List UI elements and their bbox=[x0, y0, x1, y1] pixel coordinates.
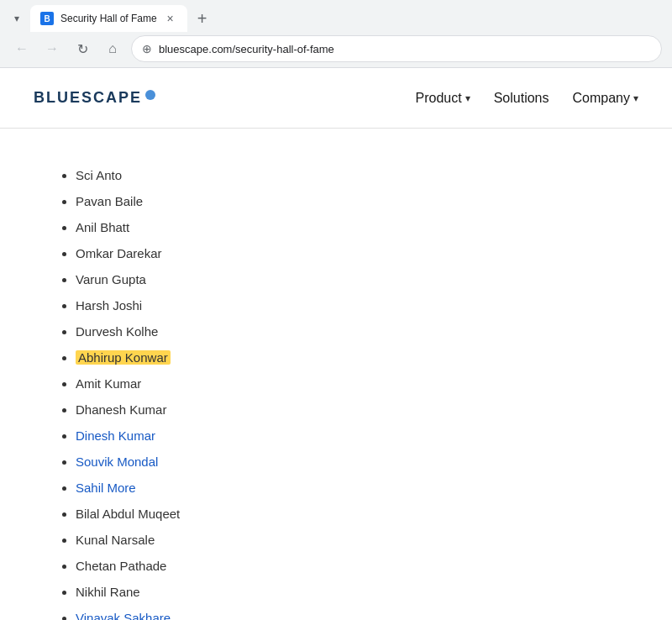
site-nav: Product ▾ Solutions Company ▾ bbox=[416, 91, 638, 106]
site-logo[interactable]: BLUESCAPE bbox=[34, 89, 155, 107]
back-button[interactable]: ← bbox=[10, 37, 34, 60]
name-link[interactable]: Dinesh Kumar bbox=[76, 428, 155, 443]
tab-title: Security Hall of Fame bbox=[60, 13, 157, 24]
list-item: Anil Bhatt bbox=[76, 214, 622, 240]
list-item: Sahil More bbox=[76, 475, 622, 501]
nav-company-chevron: ▾ bbox=[633, 92, 638, 104]
site-header: BLUESCAPE Product ▾ Solutions Company ▾ bbox=[0, 68, 672, 129]
logo-text: BLUESCAPE bbox=[34, 89, 142, 107]
new-tab-button[interactable]: + bbox=[191, 7, 214, 30]
url-bar[interactable]: ⊕ bluescape.com/security-hall-of-fame bbox=[131, 35, 662, 62]
nav-product-label: Product bbox=[416, 91, 462, 106]
reload-button[interactable]: ↻ bbox=[71, 37, 94, 60]
list-item: Omkar Darekar bbox=[76, 240, 622, 266]
list-item: Harsh Joshi bbox=[76, 292, 622, 318]
nav-product[interactable]: Product ▾ bbox=[416, 91, 470, 106]
list-item: Durvesh Kolhe bbox=[76, 318, 622, 344]
hall-of-fame-list: Sci AntoPavan BaileAnil BhattOmkar Darek… bbox=[50, 162, 622, 620]
tab-bar: ▾ B Security Hall of Fame × + bbox=[0, 0, 672, 30]
browser-chrome: ▾ B Security Hall of Fame × + ← → ↻ ⌂ ⊕ … bbox=[0, 0, 672, 68]
list-item: Chetan Pathade bbox=[76, 553, 622, 579]
nav-company-label: Company bbox=[573, 91, 630, 106]
list-item: Amit Kumar bbox=[76, 370, 622, 397]
tab-close-button[interactable]: × bbox=[164, 12, 177, 25]
name-link[interactable]: Sahil More bbox=[76, 481, 136, 495]
address-bar: ← → ↻ ⌂ ⊕ bluescape.com/security-hall-of… bbox=[0, 30, 672, 67]
name-link[interactable]: Souvik Mondal bbox=[76, 454, 158, 469]
name-link[interactable]: Vinayak Sakhare bbox=[76, 611, 171, 620]
list-item: Abhirup Konwar bbox=[76, 344, 622, 370]
tab-dropdown-button[interactable]: ▾ bbox=[7, 8, 27, 29]
nav-product-chevron: ▾ bbox=[465, 92, 470, 104]
highlighted-name: Abhirup Konwar bbox=[76, 350, 171, 365]
nav-solutions-label: Solutions bbox=[494, 91, 549, 106]
list-item: Sci Anto bbox=[76, 162, 622, 188]
tab-favicon: B bbox=[40, 12, 54, 25]
url-text: bluescape.com/security-hall-of-fame bbox=[159, 43, 651, 55]
list-item: Dinesh Kumar bbox=[76, 423, 622, 449]
active-tab[interactable]: B Security Hall of Fame × bbox=[30, 5, 187, 32]
list-item: Bilal Abdul Muqeet bbox=[76, 501, 622, 527]
list-item: Pavan Baile bbox=[76, 188, 622, 214]
list-item: Souvik Mondal bbox=[76, 449, 622, 475]
nav-company[interactable]: Company ▾ bbox=[573, 91, 638, 106]
forward-button[interactable]: → bbox=[40, 37, 64, 60]
favicon-b-icon: B bbox=[40, 12, 54, 25]
logo-accent-dot bbox=[145, 90, 155, 100]
list-item: Kunal Narsale bbox=[76, 527, 622, 553]
main-content: Sci AntoPavan BaileAnil BhattOmkar Darek… bbox=[0, 129, 672, 620]
list-item: Dhanesh Kumar bbox=[76, 397, 622, 423]
list-item: Vinayak Sakhare bbox=[76, 605, 622, 620]
list-item: Varun Gupta bbox=[76, 266, 622, 292]
ssl-icon: ⊕ bbox=[142, 42, 152, 55]
home-button[interactable]: ⌂ bbox=[101, 37, 124, 60]
website-content: BLUESCAPE Product ▾ Solutions Company ▾ … bbox=[0, 68, 672, 620]
list-item: Nikhil Rane bbox=[76, 579, 622, 605]
nav-solutions[interactable]: Solutions bbox=[494, 91, 549, 106]
